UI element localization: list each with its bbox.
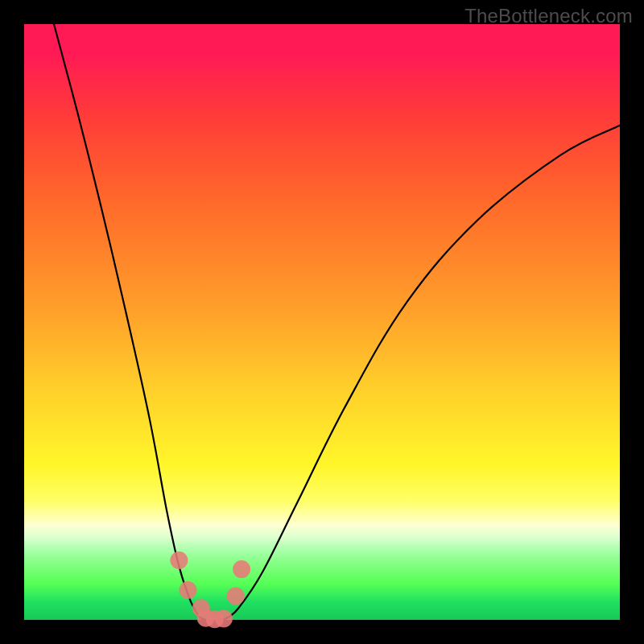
chart-svg [24, 24, 620, 620]
marker-bottom-c [215, 610, 233, 628]
curve-right-arm [221, 126, 620, 620]
curve-left-arm [54, 24, 206, 620]
chart-frame [24, 24, 620, 620]
marker-right-b [233, 560, 250, 578]
marker-left-a [170, 551, 188, 569]
marker-right-a [227, 587, 245, 605]
marker-left-b [180, 581, 197, 599]
curve-group [54, 24, 620, 620]
marker-group [170, 551, 250, 628]
